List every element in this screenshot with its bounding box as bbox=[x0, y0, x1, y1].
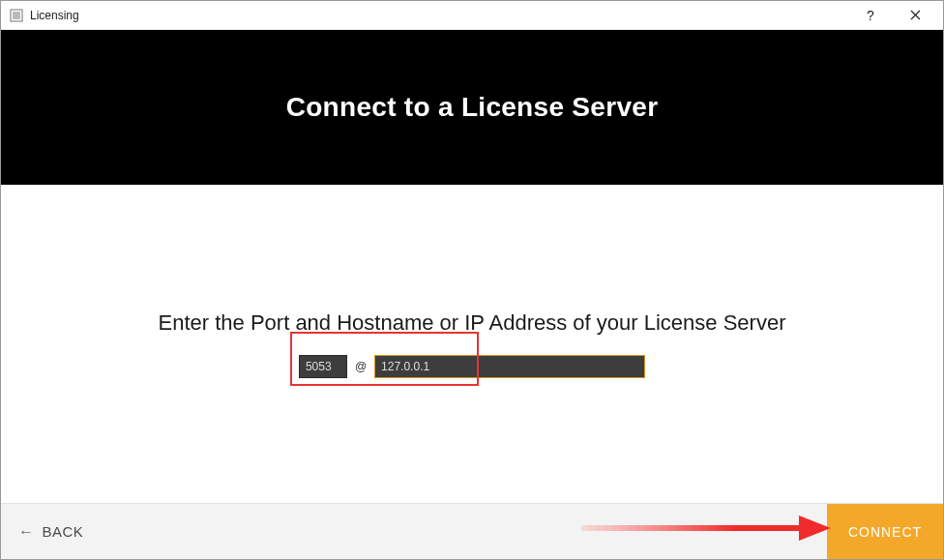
svg-rect-1 bbox=[13, 12, 20, 19]
connect-button-label: CONNECT bbox=[848, 524, 922, 540]
instruction-text: Enter the Port and Hostname or IP Addres… bbox=[159, 310, 786, 336]
back-button[interactable]: ← BACK bbox=[1, 504, 101, 559]
close-button[interactable] bbox=[893, 1, 937, 30]
window-title: Licensing bbox=[30, 9, 79, 22]
back-arrow-icon: ← bbox=[18, 523, 35, 541]
help-icon: ? bbox=[867, 8, 874, 23]
at-label: @ bbox=[353, 360, 369, 373]
hostname-input[interactable] bbox=[374, 355, 645, 378]
back-button-label: BACK bbox=[43, 523, 84, 540]
app-icon bbox=[9, 8, 24, 23]
footer-bar: ← BACK CONNECT bbox=[1, 503, 943, 559]
header-banner: Connect to a License Server bbox=[1, 30, 943, 185]
port-input[interactable] bbox=[299, 355, 347, 378]
header-title: Connect to a License Server bbox=[286, 92, 659, 123]
connect-button[interactable]: CONNECT bbox=[827, 504, 943, 559]
help-button[interactable]: ? bbox=[848, 1, 893, 30]
licensing-dialog: Licensing ? Connect to a License Server … bbox=[0, 0, 944, 560]
body-area: Enter the Port and Hostname or IP Addres… bbox=[1, 185, 943, 503]
server-form-row: @ bbox=[299, 355, 645, 378]
close-icon bbox=[910, 8, 921, 23]
titlebar: Licensing ? bbox=[1, 1, 943, 30]
